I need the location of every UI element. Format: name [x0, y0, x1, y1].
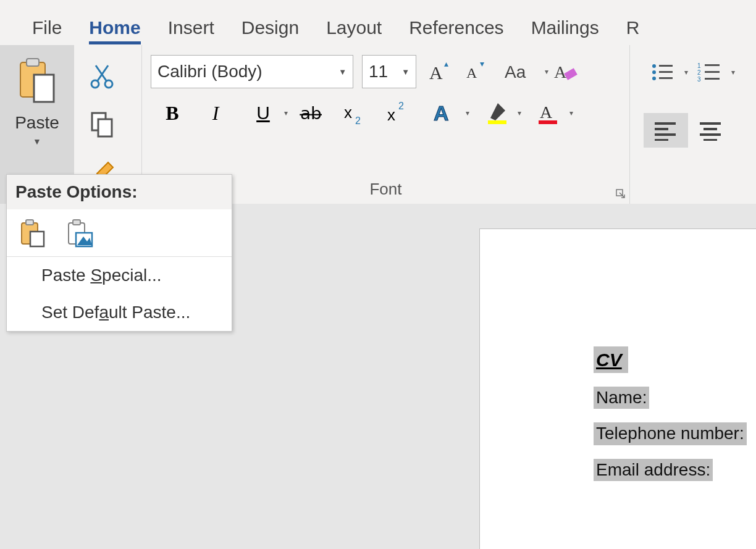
svg-rect-26	[659, 71, 673, 73]
svg-rect-35	[655, 122, 676, 125]
document-page[interactable]: CV Name: Telephone number: Email address…	[479, 228, 756, 549]
svg-text:A: A	[554, 62, 567, 82]
svg-text:Aa: Aa	[505, 62, 526, 82]
chevron-down-icon: ▼	[338, 67, 346, 77]
paste-special-item[interactable]: Paste Special...	[7, 257, 232, 294]
font-dialog-launcher[interactable]	[616, 189, 626, 199]
svg-rect-34	[705, 78, 720, 80]
svg-point-23	[652, 64, 656, 68]
bullets-button[interactable]: ▾	[644, 56, 682, 88]
ribbon-tabs: File Home Insert Design Layout Reference…	[0, 0, 756, 44]
tab-home[interactable]: Home	[75, 14, 154, 44]
svg-rect-24	[659, 65, 673, 67]
svg-text:A: A	[540, 103, 553, 122]
paste-options-menu: Paste Options: Paste Special... Set Defa…	[6, 174, 232, 332]
cut-button[interactable]	[90, 63, 114, 90]
svg-rect-41	[700, 133, 721, 136]
align-center-button[interactable]	[697, 114, 725, 146]
doc-heading-cv[interactable]: CV	[594, 346, 628, 373]
underline-button[interactable]: U ▾	[245, 97, 282, 129]
svg-rect-42	[704, 139, 717, 141]
doc-line-email[interactable]: Email address:	[594, 459, 713, 481]
svg-rect-38	[655, 139, 668, 141]
svg-rect-30	[705, 64, 720, 66]
clipboard-picture-icon	[65, 218, 94, 248]
paste-label: Paste	[15, 113, 59, 133]
svg-text:2: 2	[355, 115, 361, 125]
tab-insert[interactable]: Insert	[154, 14, 228, 44]
align-left-button[interactable]	[644, 113, 688, 148]
highlight-button[interactable]: ▾	[478, 97, 515, 129]
doc-line-telephone[interactable]: Telephone number:	[594, 422, 747, 445]
underline-icon: U	[256, 103, 270, 124]
tab-mailings[interactable]: Mailings	[518, 14, 613, 44]
svg-rect-21	[539, 120, 557, 124]
clear-formatting-button[interactable]: A	[551, 56, 579, 88]
numbering-button[interactable]: 1 2 3 ▾	[691, 56, 729, 88]
tab-file[interactable]: File	[19, 14, 75, 44]
bold-button[interactable]: B	[158, 97, 187, 129]
subscript-icon: x 2	[342, 101, 366, 125]
chevron-down-icon: ▾	[518, 109, 521, 117]
clipboard-paste-icon	[15, 56, 59, 107]
svg-text:A: A	[466, 65, 477, 81]
chevron-down-icon: ▾	[731, 68, 735, 77]
svg-rect-1	[27, 59, 39, 66]
svg-rect-39	[700, 122, 721, 125]
grow-font-button[interactable]: A ▴	[425, 56, 453, 88]
font-name-combo[interactable]: Calibri (Body) ▼	[151, 55, 353, 88]
doc-line-name[interactable]: Name:	[594, 387, 649, 409]
svg-rect-28	[659, 77, 673, 79]
font-size-combo[interactable]: 11 ▼	[362, 55, 416, 88]
font-color-icon: A	[536, 101, 561, 125]
strikethrough-button[interactable]: a̶b̶	[296, 97, 325, 129]
dialog-launcher-icon	[616, 189, 626, 199]
paste-picture-button[interactable]	[65, 218, 94, 248]
copy-button[interactable]	[90, 111, 114, 138]
svg-text:A: A	[429, 62, 443, 83]
align-left-icon	[653, 120, 678, 141]
svg-rect-40	[704, 128, 717, 130]
svg-rect-36	[655, 128, 668, 130]
font-color-button[interactable]: A ▾	[530, 97, 567, 129]
change-case-button[interactable]: Aa ▾	[499, 56, 542, 88]
chevron-down-icon: ▾	[684, 68, 688, 77]
strikethrough-icon: a̶b̶	[300, 103, 322, 124]
set-default-paste-item[interactable]: Set Default Paste...	[7, 294, 232, 331]
shrink-font-button[interactable]: A ▾	[462, 56, 490, 88]
svg-point-25	[652, 70, 656, 74]
tab-layout[interactable]: Layout	[313, 14, 395, 44]
subscript-button[interactable]: x 2	[340, 97, 368, 129]
numbering-icon: 1 2 3	[697, 62, 722, 83]
align-center-icon	[699, 120, 723, 141]
italic-button[interactable]: I	[201, 97, 230, 129]
tab-references[interactable]: References	[395, 14, 517, 44]
tab-review-partial[interactable]: R	[613, 14, 653, 44]
superscript-button[interactable]: x 2	[383, 97, 411, 129]
svg-rect-6	[98, 119, 112, 136]
font-name-value: Calibri (Body)	[158, 62, 262, 82]
bullets-icon	[650, 62, 675, 83]
svg-text:x: x	[344, 103, 352, 122]
paste-dropdown-arrow[interactable]: ▼	[33, 136, 41, 146]
chevron-down-icon: ▼	[401, 67, 410, 77]
svg-text:A: A	[434, 101, 449, 125]
svg-point-3	[91, 80, 99, 88]
paste-options-title: Paste Options:	[7, 175, 232, 209]
tab-design[interactable]: Design	[228, 14, 313, 44]
group-paragraph: ▾ 1 2 3 ▾	[630, 45, 756, 204]
highlight-icon	[484, 101, 509, 125]
paste-keep-source-button[interactable]	[18, 218, 48, 248]
grow-font-icon: A ▴	[427, 59, 452, 84]
svg-point-27	[652, 77, 656, 80]
svg-rect-32	[705, 71, 720, 73]
italic-icon: I	[212, 102, 219, 125]
font-size-value: 11	[369, 62, 388, 82]
text-effects-button[interactable]: A ▾	[426, 97, 463, 129]
svg-text:3: 3	[697, 76, 701, 83]
svg-text:1: 1	[697, 62, 701, 69]
bold-icon: B	[166, 102, 178, 125]
svg-rect-19	[488, 120, 506, 124]
svg-text:▾: ▾	[480, 59, 484, 69]
text-effects-icon: A	[432, 101, 457, 125]
